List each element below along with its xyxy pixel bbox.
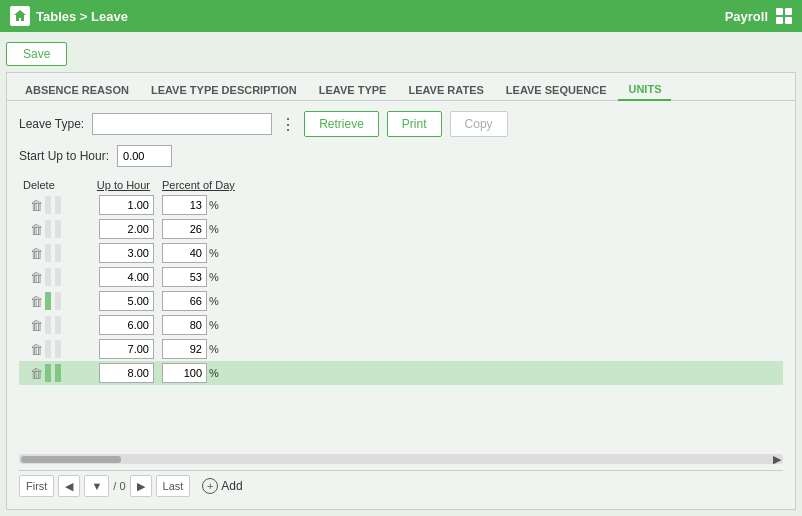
trash-icon-6[interactable]: 🗑 <box>30 318 43 333</box>
percent-input-5[interactable] <box>162 291 207 311</box>
page-info: / 0 <box>113 480 125 492</box>
content-area: ABSENCE REASON LEAVE TYPE DESCRIPTION LE… <box>6 72 796 510</box>
cell-percent-2: % <box>154 219 264 239</box>
hour-input-1[interactable] <box>99 195 154 215</box>
cell-hour-6 <box>74 315 154 335</box>
percent-input-3[interactable] <box>162 243 207 263</box>
cell-hour-8 <box>74 363 154 383</box>
trash-icon-5[interactable]: 🗑 <box>30 294 43 309</box>
trash-icon-1[interactable]: 🗑 <box>30 198 43 213</box>
breadcrumb: Tables > Leave <box>36 9 128 24</box>
cell-percent-5: % <box>154 291 264 311</box>
cell-delete-6: 🗑 <box>19 316 74 334</box>
last-button[interactable]: Last <box>156 475 191 497</box>
prev-button[interactable]: ◀ <box>58 475 80 497</box>
cell-percent-7: % <box>154 339 264 359</box>
hour-input-6[interactable] <box>99 315 154 335</box>
percent-sign-4: % <box>209 271 219 283</box>
tab-leave-type-desc[interactable]: LEAVE TYPE DESCRIPTION <box>141 80 307 100</box>
cell-delete-3: 🗑 <box>19 244 74 262</box>
copy-button[interactable]: Copy <box>450 111 508 137</box>
header-right: Payroll <box>725 8 792 24</box>
tab-units[interactable]: UNITS <box>618 79 671 101</box>
percent-input-2[interactable] <box>162 219 207 239</box>
table-row-highlighted: 🗑 % <box>19 361 783 385</box>
chevron-down-icon: ▼ <box>91 480 102 492</box>
hour-input-3[interactable] <box>99 243 154 263</box>
col-hour-header: Up to Hour <box>74 179 154 191</box>
retrieve-button[interactable]: Retrieve <box>304 111 379 137</box>
percent-input-4[interactable] <box>162 267 207 287</box>
main-container: Save ABSENCE REASON LEAVE TYPE DESCRIPTI… <box>0 32 802 516</box>
cell-hour-4 <box>74 267 154 287</box>
cell-percent-8: % <box>154 363 264 383</box>
percent-sign-7: % <box>209 343 219 355</box>
table-header: Delete Up to Hour Percent of Day <box>19 175 783 193</box>
col-percent-header: Percent of Day <box>154 179 264 191</box>
cell-percent-1: % <box>154 195 264 215</box>
tab-leave-rates[interactable]: LEAVE RATES <box>398 80 493 100</box>
horizontal-scrollbar[interactable]: ▶ <box>19 454 783 464</box>
cell-hour-1 <box>74 195 154 215</box>
cell-percent-4: % <box>154 267 264 287</box>
percent-sign-3: % <box>209 247 219 259</box>
start-up-input[interactable] <box>117 145 172 167</box>
table-row: 🗑 % <box>19 289 783 313</box>
tab-leave-sequence[interactable]: LEAVE SEQUENCE <box>496 80 617 100</box>
save-button[interactable]: Save <box>6 42 67 66</box>
print-button[interactable]: Print <box>387 111 442 137</box>
trash-icon-4[interactable]: 🗑 <box>30 270 43 285</box>
percent-sign-8: % <box>209 367 219 379</box>
next-button[interactable]: ▶ <box>130 475 152 497</box>
cell-hour-2 <box>74 219 154 239</box>
table-body: 🗑 % <box>19 193 783 450</box>
trash-icon-8[interactable]: 🗑 <box>30 366 43 381</box>
dropdown-button[interactable]: ▼ <box>84 475 109 497</box>
add-circle-icon: + <box>202 478 218 494</box>
grid-icon <box>776 8 792 24</box>
cell-delete-2: 🗑 <box>19 220 74 238</box>
trash-icon-2[interactable]: 🗑 <box>30 222 43 237</box>
cell-percent-3: % <box>154 243 264 263</box>
app-header: Tables > Leave Payroll <box>0 0 802 32</box>
header-left: Tables > Leave <box>10 6 128 26</box>
col-delete-header: Delete <box>19 179 74 191</box>
scroll-thumb[interactable] <box>21 456 121 463</box>
add-label[interactable]: Add <box>221 479 242 493</box>
form-area: Leave Type: ⋮ Retrieve Print Copy Start … <box>7 101 795 509</box>
home-icon[interactable] <box>10 6 30 26</box>
trash-icon-7[interactable]: 🗑 <box>30 342 43 357</box>
add-link[interactable]: + Add <box>202 478 242 494</box>
hour-input-2[interactable] <box>99 219 154 239</box>
start-up-label: Start Up to Hour: <box>19 149 109 163</box>
hour-input-5[interactable] <box>99 291 154 311</box>
hour-input-4[interactable] <box>99 267 154 287</box>
percent-input-1[interactable] <box>162 195 207 215</box>
hour-input-7[interactable] <box>99 339 154 359</box>
cell-percent-6: % <box>154 315 264 335</box>
percent-input-7[interactable] <box>162 339 207 359</box>
cell-delete-8: 🗑 <box>19 364 74 382</box>
leave-type-input[interactable] <box>92 113 272 135</box>
percent-input-6[interactable] <box>162 315 207 335</box>
trash-icon-3[interactable]: 🗑 <box>30 246 43 261</box>
cell-delete-4: 🗑 <box>19 268 74 286</box>
first-button[interactable]: First <box>19 475 54 497</box>
table-row: 🗑 % <box>19 337 783 361</box>
leave-type-label: Leave Type: <box>19 117 84 131</box>
table-row: 🗑 % <box>19 265 783 289</box>
app-name: Payroll <box>725 9 768 24</box>
percent-sign-1: % <box>209 199 219 211</box>
percent-sign-5: % <box>209 295 219 307</box>
hour-input-8[interactable] <box>99 363 154 383</box>
menu-dots-icon[interactable]: ⋮ <box>280 115 296 134</box>
tabs-bar: ABSENCE REASON LEAVE TYPE DESCRIPTION LE… <box>7 73 795 101</box>
cell-delete-5: 🗑 <box>19 292 74 310</box>
table-section: Delete Up to Hour Percent of Day 🗑 <box>19 175 783 499</box>
percent-input-8[interactable] <box>162 363 207 383</box>
table-row: 🗑 % <box>19 313 783 337</box>
table-row: 🗑 % <box>19 241 783 265</box>
tab-leave-type[interactable]: LEAVE TYPE <box>309 80 397 100</box>
tab-absence-reason[interactable]: ABSENCE REASON <box>15 80 139 100</box>
cell-hour-7 <box>74 339 154 359</box>
